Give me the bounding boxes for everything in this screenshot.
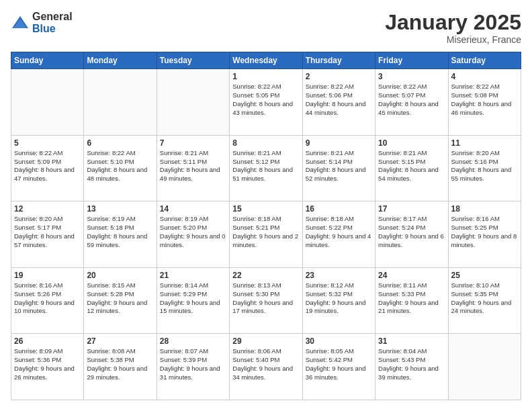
day-number: 20 bbox=[87, 271, 153, 280]
col-wednesday: Wednesday bbox=[230, 52, 302, 69]
logo-general-text: General bbox=[32, 11, 73, 23]
day-number: 2 bbox=[306, 72, 372, 81]
day-info: Sunrise: 8:05 AM Sunset: 5:42 PM Dayligh… bbox=[306, 347, 372, 381]
day-info: Sunrise: 8:20 AM Sunset: 5:17 PM Dayligh… bbox=[14, 215, 81, 249]
table-row bbox=[11, 69, 84, 136]
day-number: 17 bbox=[378, 204, 445, 214]
table-row: 8Sunrise: 8:21 AM Sunset: 5:12 PM Daylig… bbox=[230, 135, 302, 201]
table-row: 28Sunrise: 8:07 AM Sunset: 5:39 PM Dayli… bbox=[157, 334, 229, 400]
table-row bbox=[157, 69, 229, 136]
day-info: Sunrise: 8:16 AM Sunset: 5:26 PM Dayligh… bbox=[14, 281, 81, 316]
location-subtitle: Miserieux, France bbox=[385, 34, 521, 45]
day-info: Sunrise: 8:10 AM Sunset: 5:35 PM Dayligh… bbox=[451, 281, 518, 316]
day-info: Sunrise: 8:21 AM Sunset: 5:12 PM Dayligh… bbox=[232, 149, 299, 183]
table-row: 13Sunrise: 8:19 AM Sunset: 5:18 PM Dayli… bbox=[84, 201, 157, 268]
day-info: Sunrise: 8:11 AM Sunset: 5:33 PM Dayligh… bbox=[378, 281, 445, 316]
day-number: 10 bbox=[378, 138, 445, 148]
table-row: 9Sunrise: 8:21 AM Sunset: 5:14 PM Daylig… bbox=[302, 135, 375, 201]
table-row: 15Sunrise: 8:18 AM Sunset: 5:21 PM Dayli… bbox=[230, 201, 302, 268]
day-number: 24 bbox=[378, 271, 445, 280]
logo: General Blue bbox=[11, 11, 73, 34]
table-row: 4Sunrise: 8:22 AM Sunset: 5:08 PM Daylig… bbox=[448, 69, 521, 136]
table-row: 3Sunrise: 8:22 AM Sunset: 5:07 PM Daylig… bbox=[375, 69, 448, 136]
day-info: Sunrise: 8:04 AM Sunset: 5:43 PM Dayligh… bbox=[378, 347, 445, 381]
col-friday: Friday bbox=[375, 52, 448, 69]
table-row: 19Sunrise: 8:16 AM Sunset: 5:26 PM Dayli… bbox=[11, 267, 84, 334]
day-number: 22 bbox=[232, 271, 299, 280]
table-row: 29Sunrise: 8:06 AM Sunset: 5:40 PM Dayli… bbox=[230, 334, 302, 400]
table-row: 17Sunrise: 8:17 AM Sunset: 5:24 PM Dayli… bbox=[375, 201, 448, 268]
table-row: 10Sunrise: 8:21 AM Sunset: 5:15 PM Dayli… bbox=[375, 135, 448, 201]
calendar-header-row: Sunday Monday Tuesday Wednesday Thursday… bbox=[11, 52, 521, 69]
day-number: 19 bbox=[14, 271, 81, 280]
day-info: Sunrise: 8:18 AM Sunset: 5:22 PM Dayligh… bbox=[306, 215, 372, 249]
table-row: 27Sunrise: 8:08 AM Sunset: 5:38 PM Dayli… bbox=[84, 334, 157, 400]
day-number: 13 bbox=[87, 204, 153, 214]
day-info: Sunrise: 8:14 AM Sunset: 5:29 PM Dayligh… bbox=[160, 281, 226, 316]
day-info: Sunrise: 8:21 AM Sunset: 5:14 PM Dayligh… bbox=[306, 149, 372, 183]
calendar-table: Sunday Monday Tuesday Wednesday Thursday… bbox=[11, 52, 521, 400]
table-row: 30Sunrise: 8:05 AM Sunset: 5:42 PM Dayli… bbox=[302, 334, 375, 400]
day-info: Sunrise: 8:18 AM Sunset: 5:21 PM Dayligh… bbox=[232, 215, 299, 249]
col-tuesday: Tuesday bbox=[157, 52, 229, 69]
day-info: Sunrise: 8:16 AM Sunset: 5:25 PM Dayligh… bbox=[451, 215, 518, 249]
day-number: 27 bbox=[87, 336, 153, 346]
table-row: 6Sunrise: 8:22 AM Sunset: 5:10 PM Daylig… bbox=[84, 135, 157, 201]
day-info: Sunrise: 8:22 AM Sunset: 5:06 PM Dayligh… bbox=[306, 83, 372, 117]
day-number: 9 bbox=[306, 138, 372, 148]
header: General Blue January 2025 Miserieux, Fra… bbox=[11, 11, 521, 45]
table-row: 23Sunrise: 8:12 AM Sunset: 5:32 PM Dayli… bbox=[302, 267, 375, 334]
day-number: 30 bbox=[306, 336, 372, 346]
day-info: Sunrise: 8:06 AM Sunset: 5:40 PM Dayligh… bbox=[232, 347, 299, 381]
day-number: 1 bbox=[232, 72, 299, 81]
day-number: 23 bbox=[306, 271, 372, 280]
day-info: Sunrise: 8:22 AM Sunset: 5:08 PM Dayligh… bbox=[451, 83, 518, 117]
day-info: Sunrise: 8:21 AM Sunset: 5:15 PM Dayligh… bbox=[378, 149, 445, 183]
day-number: 8 bbox=[232, 138, 299, 148]
logo-text: General Blue bbox=[32, 11, 73, 34]
day-number: 7 bbox=[160, 138, 226, 148]
day-number: 18 bbox=[451, 204, 518, 214]
day-info: Sunrise: 8:22 AM Sunset: 5:07 PM Dayligh… bbox=[378, 83, 445, 117]
table-row bbox=[84, 69, 157, 136]
day-number: 25 bbox=[451, 271, 518, 280]
table-row: 20Sunrise: 8:15 AM Sunset: 5:28 PM Dayli… bbox=[84, 267, 157, 334]
table-row: 2Sunrise: 8:22 AM Sunset: 5:06 PM Daylig… bbox=[302, 69, 375, 136]
table-row: 26Sunrise: 8:09 AM Sunset: 5:36 PM Dayli… bbox=[11, 334, 84, 400]
day-number: 3 bbox=[378, 72, 445, 81]
day-info: Sunrise: 8:19 AM Sunset: 5:18 PM Dayligh… bbox=[87, 215, 153, 249]
day-number: 21 bbox=[160, 271, 226, 280]
title-block: January 2025 Miserieux, France bbox=[385, 11, 521, 45]
day-info: Sunrise: 8:09 AM Sunset: 5:36 PM Dayligh… bbox=[14, 347, 81, 381]
table-row: 25Sunrise: 8:10 AM Sunset: 5:35 PM Dayli… bbox=[448, 267, 521, 334]
col-saturday: Saturday bbox=[448, 52, 521, 69]
day-info: Sunrise: 8:22 AM Sunset: 5:05 PM Dayligh… bbox=[232, 83, 299, 117]
day-number: 12 bbox=[14, 204, 81, 214]
table-row: 11Sunrise: 8:20 AM Sunset: 5:16 PM Dayli… bbox=[448, 135, 521, 201]
logo-blue-text: Blue bbox=[32, 23, 73, 35]
calendar-week-row: 12Sunrise: 8:20 AM Sunset: 5:17 PM Dayli… bbox=[11, 201, 521, 268]
month-title: January 2025 bbox=[385, 11, 521, 34]
day-info: Sunrise: 8:20 AM Sunset: 5:16 PM Dayligh… bbox=[451, 149, 518, 183]
day-number: 5 bbox=[14, 138, 81, 148]
table-row: 18Sunrise: 8:16 AM Sunset: 5:25 PM Dayli… bbox=[448, 201, 521, 268]
day-info: Sunrise: 8:07 AM Sunset: 5:39 PM Dayligh… bbox=[160, 347, 226, 381]
table-row: 22Sunrise: 8:13 AM Sunset: 5:30 PM Dayli… bbox=[230, 267, 302, 334]
table-row: 16Sunrise: 8:18 AM Sunset: 5:22 PM Dayli… bbox=[302, 201, 375, 268]
day-number: 4 bbox=[451, 72, 518, 81]
day-info: Sunrise: 8:21 AM Sunset: 5:11 PM Dayligh… bbox=[160, 149, 226, 183]
day-number: 14 bbox=[160, 204, 226, 214]
calendar-week-row: 1Sunrise: 8:22 AM Sunset: 5:05 PM Daylig… bbox=[11, 69, 521, 136]
day-number: 6 bbox=[87, 138, 153, 148]
day-info: Sunrise: 8:17 AM Sunset: 5:24 PM Dayligh… bbox=[378, 215, 445, 249]
table-row bbox=[448, 334, 521, 400]
table-row: 31Sunrise: 8:04 AM Sunset: 5:43 PM Dayli… bbox=[375, 334, 448, 400]
day-info: Sunrise: 8:13 AM Sunset: 5:30 PM Dayligh… bbox=[232, 281, 299, 316]
day-number: 26 bbox=[14, 336, 81, 346]
day-number: 16 bbox=[306, 204, 372, 214]
day-info: Sunrise: 8:22 AM Sunset: 5:09 PM Dayligh… bbox=[14, 149, 81, 183]
day-number: 28 bbox=[160, 336, 226, 346]
day-info: Sunrise: 8:22 AM Sunset: 5:10 PM Dayligh… bbox=[87, 149, 153, 183]
page: General Blue January 2025 Miserieux, Fra… bbox=[0, 0, 532, 411]
col-sunday: Sunday bbox=[11, 52, 84, 69]
